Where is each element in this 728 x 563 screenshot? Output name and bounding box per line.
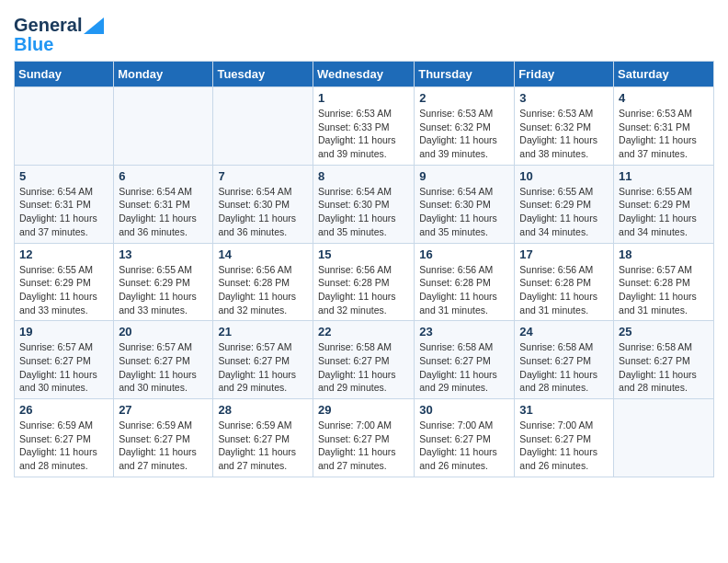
weekday-header-monday: Monday bbox=[114, 62, 213, 87]
calendar-cell: 27Sunrise: 6:59 AMSunset: 6:27 PMDayligh… bbox=[114, 399, 213, 477]
day-info: Sunrise: 6:59 AMSunset: 6:27 PMDaylight:… bbox=[19, 419, 108, 473]
day-info: Sunrise: 6:58 AMSunset: 6:27 PMDaylight:… bbox=[519, 340, 609, 395]
day-number: 9 bbox=[419, 169, 509, 183]
calendar-week-3: 12Sunrise: 6:55 AMSunset: 6:29 PMDayligh… bbox=[15, 243, 714, 321]
day-number: 8 bbox=[318, 169, 409, 183]
day-number: 4 bbox=[619, 91, 709, 105]
calendar-cell bbox=[15, 87, 114, 166]
day-info: Sunrise: 6:54 AMSunset: 6:30 PMDaylight:… bbox=[318, 185, 409, 239]
calendar-cell: 7Sunrise: 6:54 AMSunset: 6:30 PMDaylight… bbox=[213, 165, 313, 243]
day-number: 12 bbox=[19, 247, 108, 261]
day-info: Sunrise: 6:53 AMSunset: 6:33 PMDaylight:… bbox=[318, 107, 409, 161]
day-number: 13 bbox=[119, 247, 208, 261]
calendar-cell: 9Sunrise: 6:54 AMSunset: 6:30 PMDaylight… bbox=[415, 165, 515, 243]
day-info: Sunrise: 6:57 AMSunset: 6:27 PMDaylight:… bbox=[218, 340, 308, 395]
day-number: 23 bbox=[419, 325, 509, 339]
day-info: Sunrise: 6:58 AMSunset: 6:27 PMDaylight:… bbox=[318, 340, 409, 395]
page-container: General Blue SundayMondayTuesdayWednesda… bbox=[0, 0, 728, 491]
day-info: Sunrise: 6:57 AMSunset: 6:27 PMDaylight:… bbox=[19, 340, 108, 395]
logo-blue: Blue bbox=[14, 34, 53, 55]
day-info: Sunrise: 6:56 AMSunset: 6:28 PMDaylight:… bbox=[519, 263, 609, 317]
calendar-cell: 18Sunrise: 6:57 AMSunset: 6:28 PMDayligh… bbox=[614, 243, 714, 321]
day-number: 3 bbox=[519, 91, 609, 105]
day-number: 28 bbox=[218, 403, 308, 417]
day-info: Sunrise: 6:55 AMSunset: 6:29 PMDaylight:… bbox=[519, 185, 609, 239]
calendar-cell: 5Sunrise: 6:54 AMSunset: 6:31 PMDaylight… bbox=[15, 165, 114, 243]
calendar-cell: 2Sunrise: 6:53 AMSunset: 6:32 PMDaylight… bbox=[415, 87, 515, 166]
day-info: Sunrise: 6:55 AMSunset: 6:29 PMDaylight:… bbox=[619, 185, 709, 239]
day-number: 14 bbox=[218, 247, 308, 261]
day-number: 27 bbox=[119, 403, 208, 417]
calendar-cell: 17Sunrise: 6:56 AMSunset: 6:28 PMDayligh… bbox=[515, 243, 614, 321]
day-number: 10 bbox=[519, 169, 609, 183]
calendar-cell: 15Sunrise: 6:56 AMSunset: 6:28 PMDayligh… bbox=[313, 243, 414, 321]
day-info: Sunrise: 6:53 AMSunset: 6:32 PMDaylight:… bbox=[419, 107, 509, 161]
calendar-cell bbox=[213, 87, 313, 166]
calendar-cell: 22Sunrise: 6:58 AMSunset: 6:27 PMDayligh… bbox=[313, 321, 414, 399]
day-info: Sunrise: 6:56 AMSunset: 6:28 PMDaylight:… bbox=[218, 263, 308, 317]
calendar-cell: 8Sunrise: 6:54 AMSunset: 6:30 PMDaylight… bbox=[313, 165, 414, 243]
day-info: Sunrise: 6:58 AMSunset: 6:27 PMDaylight:… bbox=[619, 340, 709, 395]
day-info: Sunrise: 6:54 AMSunset: 6:30 PMDaylight:… bbox=[218, 185, 308, 239]
calendar-cell: 26Sunrise: 6:59 AMSunset: 6:27 PMDayligh… bbox=[15, 399, 114, 477]
calendar-cell: 30Sunrise: 7:00 AMSunset: 6:27 PMDayligh… bbox=[415, 399, 515, 477]
calendar-week-2: 5Sunrise: 6:54 AMSunset: 6:31 PMDaylight… bbox=[15, 165, 714, 243]
day-info: Sunrise: 6:56 AMSunset: 6:28 PMDaylight:… bbox=[318, 263, 409, 317]
day-number: 29 bbox=[318, 403, 409, 417]
calendar-cell: 6Sunrise: 6:54 AMSunset: 6:31 PMDaylight… bbox=[114, 165, 213, 243]
day-info: Sunrise: 6:56 AMSunset: 6:28 PMDaylight:… bbox=[419, 263, 509, 317]
calendar-cell bbox=[114, 87, 213, 166]
calendar-cell: 1Sunrise: 6:53 AMSunset: 6:33 PMDaylight… bbox=[313, 87, 414, 166]
calendar-cell: 28Sunrise: 6:59 AMSunset: 6:27 PMDayligh… bbox=[213, 399, 313, 477]
weekday-header-tuesday: Tuesday bbox=[213, 62, 313, 87]
day-info: Sunrise: 6:55 AMSunset: 6:29 PMDaylight:… bbox=[19, 263, 108, 317]
calendar-cell: 21Sunrise: 6:57 AMSunset: 6:27 PMDayligh… bbox=[213, 321, 313, 399]
day-info: Sunrise: 6:57 AMSunset: 6:27 PMDaylight:… bbox=[119, 340, 208, 395]
day-number: 18 bbox=[619, 247, 709, 261]
day-number: 2 bbox=[419, 91, 509, 105]
calendar-cell: 24Sunrise: 6:58 AMSunset: 6:27 PMDayligh… bbox=[515, 321, 614, 399]
day-info: Sunrise: 6:57 AMSunset: 6:28 PMDaylight:… bbox=[619, 263, 709, 317]
calendar-cell: 14Sunrise: 6:56 AMSunset: 6:28 PMDayligh… bbox=[213, 243, 313, 321]
day-info: Sunrise: 6:54 AMSunset: 6:30 PMDaylight:… bbox=[419, 185, 509, 239]
weekday-header-saturday: Saturday bbox=[614, 62, 714, 87]
day-number: 19 bbox=[19, 325, 108, 339]
day-number: 11 bbox=[619, 169, 709, 183]
calendar-week-4: 19Sunrise: 6:57 AMSunset: 6:27 PMDayligh… bbox=[15, 321, 714, 399]
day-number: 25 bbox=[619, 325, 709, 339]
day-number: 20 bbox=[119, 325, 208, 339]
day-number: 21 bbox=[218, 325, 308, 339]
day-info: Sunrise: 6:54 AMSunset: 6:31 PMDaylight:… bbox=[119, 185, 208, 239]
day-number: 31 bbox=[519, 403, 609, 417]
day-info: Sunrise: 6:53 AMSunset: 6:31 PMDaylight:… bbox=[619, 107, 709, 161]
calendar-cell: 12Sunrise: 6:55 AMSunset: 6:29 PMDayligh… bbox=[15, 243, 114, 321]
calendar-cell bbox=[614, 399, 714, 477]
calendar-cell: 10Sunrise: 6:55 AMSunset: 6:29 PMDayligh… bbox=[515, 165, 614, 243]
calendar-cell: 3Sunrise: 6:53 AMSunset: 6:32 PMDaylight… bbox=[515, 87, 614, 166]
weekday-header-friday: Friday bbox=[515, 62, 614, 87]
calendar-week-1: 1Sunrise: 6:53 AMSunset: 6:33 PMDaylight… bbox=[15, 87, 714, 166]
calendar-cell: 19Sunrise: 6:57 AMSunset: 6:27 PMDayligh… bbox=[15, 321, 114, 399]
day-number: 7 bbox=[218, 169, 308, 183]
day-number: 24 bbox=[519, 325, 609, 339]
logo-general: General bbox=[14, 15, 82, 36]
logo-icon bbox=[84, 17, 104, 34]
calendar-cell: 31Sunrise: 7:00 AMSunset: 6:27 PMDayligh… bbox=[515, 399, 614, 477]
weekday-header-row: SundayMondayTuesdayWednesdayThursdayFrid… bbox=[15, 62, 714, 87]
calendar-cell: 25Sunrise: 6:58 AMSunset: 6:27 PMDayligh… bbox=[614, 321, 714, 399]
day-info: Sunrise: 6:53 AMSunset: 6:32 PMDaylight:… bbox=[519, 107, 609, 161]
calendar-cell: 11Sunrise: 6:55 AMSunset: 6:29 PMDayligh… bbox=[614, 165, 714, 243]
day-info: Sunrise: 6:58 AMSunset: 6:27 PMDaylight:… bbox=[419, 340, 509, 395]
logo: General Blue bbox=[14, 9, 104, 55]
day-info: Sunrise: 7:00 AMSunset: 6:27 PMDaylight:… bbox=[519, 419, 609, 473]
weekday-header-thursday: Thursday bbox=[415, 62, 515, 87]
day-number: 6 bbox=[119, 169, 208, 183]
calendar-cell: 16Sunrise: 6:56 AMSunset: 6:28 PMDayligh… bbox=[415, 243, 515, 321]
calendar-cell: 23Sunrise: 6:58 AMSunset: 6:27 PMDayligh… bbox=[415, 321, 515, 399]
day-number: 30 bbox=[419, 403, 509, 417]
calendar-week-5: 26Sunrise: 6:59 AMSunset: 6:27 PMDayligh… bbox=[15, 399, 714, 477]
header: General Blue bbox=[14, 9, 714, 55]
calendar-cell: 20Sunrise: 6:57 AMSunset: 6:27 PMDayligh… bbox=[114, 321, 213, 399]
calendar: SundayMondayTuesdayWednesdayThursdayFrid… bbox=[14, 61, 714, 477]
day-number: 15 bbox=[318, 247, 409, 261]
